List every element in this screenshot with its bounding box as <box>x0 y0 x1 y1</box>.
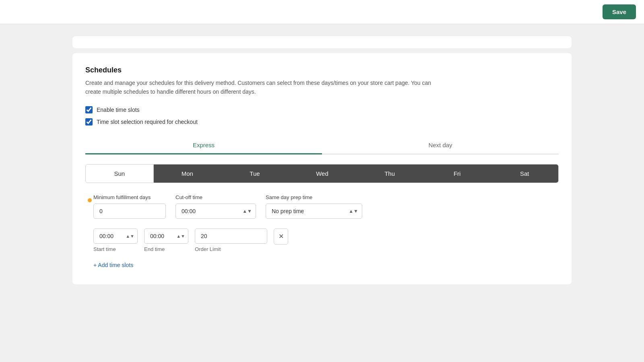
day-content: Minimum fulfillment days Cut-off time 00… <box>85 183 559 268</box>
min-fulfillment-label: Minimum fulfillment days <box>93 194 166 200</box>
time-slot-required-row: Time slot selection required for checkou… <box>85 118 559 125</box>
time-slot-required-checkbox[interactable] <box>85 118 93 125</box>
schedules-title: Schedules <box>85 66 559 74</box>
order-limit-field: Order Limit <box>195 228 267 252</box>
start-time-field: 00:00 01:00 06:00 08:00 12:00 ▲▼ Start t… <box>93 228 138 252</box>
min-fulfillment-group: Minimum fulfillment days <box>93 194 166 219</box>
order-limit-input[interactable] <box>195 228 267 244</box>
day-btn-thu[interactable]: Thu <box>356 165 423 183</box>
cutoff-time-group: Cut-off time 00:00 01:00 06:00 08:00 12:… <box>175 194 256 219</box>
same-day-prep-group: Same day prep time No prep time 30 minut… <box>266 194 362 219</box>
start-time-label: Start time <box>93 246 138 252</box>
tabs-container: Express Next day <box>85 137 559 154</box>
end-time-field: 00:00 01:00 06:00 08:00 12:00 ▲▼ End tim… <box>144 228 188 252</box>
day-btn-wed[interactable]: Wed <box>289 165 356 183</box>
cutoff-time-label: Cut-off time <box>175 194 256 200</box>
same-day-prep-label: Same day prep time <box>266 194 362 200</box>
tab-next-day[interactable]: Next day <box>322 137 559 154</box>
schedules-description: Create and manage your schedules for thi… <box>85 78 448 97</box>
orange-dot <box>88 198 92 202</box>
end-time-label: End time <box>144 246 188 252</box>
time-slots-section: 00:00 01:00 06:00 08:00 12:00 ▲▼ Start t… <box>93 228 559 255</box>
order-limit-label: Order Limit <box>195 246 267 252</box>
same-day-prep-select-wrapper: No prep time 30 minutes 1 hour 2 hours 4… <box>266 204 362 219</box>
day-btn-fri[interactable]: Fri <box>423 165 491 183</box>
remove-slot-container: ✕ <box>274 228 288 245</box>
cutoff-time-select-wrapper: 00:00 01:00 06:00 08:00 12:00 ▲▼ <box>175 204 256 219</box>
top-bar: Save <box>0 0 644 24</box>
day-btn-tue[interactable]: Tue <box>221 165 289 183</box>
remove-slot-button[interactable]: ✕ <box>274 228 288 245</box>
schedules-card: Schedules Create and manage your schedul… <box>72 53 572 284</box>
timeslot-row-0: 00:00 01:00 06:00 08:00 12:00 ▲▼ Start t… <box>93 228 559 252</box>
enable-time-slots-label: Enable time slots <box>97 107 140 113</box>
start-time-wrapper: 00:00 01:00 06:00 08:00 12:00 ▲▼ <box>93 228 138 244</box>
cutoff-time-select[interactable]: 00:00 01:00 06:00 08:00 12:00 <box>175 204 256 219</box>
enable-time-slots-checkbox[interactable] <box>85 106 93 113</box>
enable-time-slots-row: Enable time slots <box>85 106 559 113</box>
day-btn-sun[interactable]: Sun <box>86 165 154 183</box>
same-day-prep-select[interactable]: No prep time 30 minutes 1 hour 2 hours 4… <box>266 204 362 219</box>
add-time-slots-button[interactable]: + Add time slots <box>93 262 133 268</box>
min-fulfillment-input[interactable] <box>93 204 166 219</box>
end-time-wrapper: 00:00 01:00 06:00 08:00 12:00 ▲▼ <box>144 228 188 244</box>
section-above-card <box>72 36 572 48</box>
save-button[interactable]: Save <box>603 4 636 19</box>
end-time-select[interactable]: 00:00 01:00 06:00 08:00 12:00 <box>144 228 188 244</box>
start-time-select[interactable]: 00:00 01:00 06:00 08:00 12:00 <box>93 228 138 244</box>
day-selector: Sun Mon Tue Wed Thu Fri Sat <box>85 164 559 183</box>
time-slot-required-label: Time slot selection required for checkou… <box>97 119 198 125</box>
tab-express[interactable]: Express <box>85 137 322 154</box>
day-btn-mon[interactable]: Mon <box>154 165 221 183</box>
page-content: Schedules Create and manage your schedul… <box>0 24 644 296</box>
day-btn-sat[interactable]: Sat <box>491 165 558 183</box>
fields-row: Minimum fulfillment days Cut-off time 00… <box>93 194 559 219</box>
